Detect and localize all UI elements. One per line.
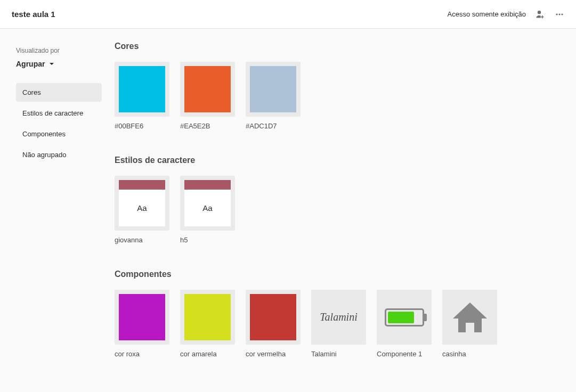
section-title-char-styles: Estilos de caractere	[115, 156, 576, 165]
component-tiles: cor roxa cor amarela cor vermelha	[115, 290, 576, 358]
component-tile: casinha	[442, 290, 497, 358]
svg-point-0	[556, 13, 557, 15]
color-tile: #00BFE6	[115, 62, 169, 130]
color-label: #ADC1D7	[246, 122, 301, 130]
color-swatch-tile[interactable]	[180, 62, 235, 117]
char-style-tile: Aa h5	[180, 176, 235, 244]
component-label: cor vermelha	[246, 350, 301, 358]
battery-fill	[388, 312, 415, 323]
color-tile: #ADC1D7	[246, 62, 301, 130]
component-swatch	[250, 294, 296, 340]
char-style-tile: Aa giovanna	[115, 176, 169, 244]
header-actions: Acesso somente exibição	[448, 10, 564, 19]
color-tile: #EA5E2B	[180, 62, 235, 130]
talamini-label: Talamini	[320, 311, 357, 323]
battery-body	[385, 308, 424, 326]
sidebar-item-nao-agrupado[interactable]: Não agrupado	[16, 145, 102, 164]
char-style-inner: Aa	[184, 180, 231, 226]
battery-tip	[424, 314, 427, 321]
color-swatch-tile[interactable]	[115, 62, 169, 117]
group-dropdown[interactable]: Agrupar	[16, 60, 102, 68]
component-label: Talamini	[311, 350, 366, 358]
group-dropdown-label: Agrupar	[16, 60, 45, 68]
body: Visualizado por Agrupar Cores Estilos de…	[0, 29, 576, 392]
access-label: Acesso somente exibição	[448, 10, 526, 18]
color-label: #00BFE6	[115, 122, 169, 130]
char-style-bar	[119, 180, 165, 190]
char-style-sample: Aa	[184, 190, 231, 226]
svg-point-1	[558, 13, 560, 15]
color-swatch	[184, 66, 231, 112]
color-label: #EA5E2B	[180, 122, 235, 130]
sidebar-nav: Cores Estilos de caractere Componentes N…	[16, 83, 102, 164]
color-swatch-tile[interactable]	[246, 62, 301, 117]
component-label: cor amarela	[180, 350, 235, 358]
sidebar-item-componentes[interactable]: Componentes	[16, 125, 102, 143]
house-icon	[442, 290, 497, 345]
char-style-preview[interactable]: Aa	[115, 176, 169, 231]
component-label: Componente 1	[377, 350, 432, 358]
component-preview[interactable]: Talamini	[311, 290, 366, 345]
header: teste aula 1 Acesso somente exibição	[0, 0, 576, 29]
component-preview[interactable]	[246, 290, 301, 345]
component-swatch	[119, 294, 165, 340]
section-title-colors: Cores	[115, 42, 576, 51]
char-style-inner: Aa	[119, 180, 165, 226]
component-label: cor roxa	[115, 350, 169, 358]
component-tile: cor roxa	[115, 290, 169, 358]
char-style-preview[interactable]: Aa	[180, 176, 235, 231]
component-preview[interactable]	[115, 290, 169, 345]
section-components: Componentes cor roxa cor amarela	[115, 270, 576, 358]
component-preview[interactable]	[377, 290, 432, 345]
add-user-icon[interactable]	[536, 10, 545, 19]
char-style-label: giovanna	[115, 236, 169, 244]
char-style-tiles: Aa giovanna Aa h5	[115, 176, 576, 244]
colors-tiles: #00BFE6 #EA5E2B #ADC1D7	[115, 62, 576, 130]
sidebar-item-estilos[interactable]: Estilos de caractere	[16, 104, 102, 123]
more-icon[interactable]	[555, 10, 564, 19]
battery-icon	[377, 290, 432, 345]
page-title: teste aula 1	[12, 10, 55, 19]
section-char-styles: Estilos de caractere Aa giovanna	[115, 156, 576, 244]
component-label: casinha	[442, 350, 497, 358]
svg-point-2	[561, 13, 563, 15]
chevron-down-icon	[49, 61, 54, 67]
component-tile: Componente 1	[377, 290, 432, 358]
char-style-label: h5	[180, 236, 235, 244]
section-colors: Cores #00BFE6 #EA5E2B	[115, 42, 576, 130]
component-swatch	[184, 294, 231, 340]
component-tile: cor amarela	[180, 290, 235, 358]
char-style-sample: Aa	[119, 190, 165, 226]
section-title-components: Componentes	[115, 270, 576, 279]
sidebar: Visualizado por Agrupar Cores Estilos de…	[0, 29, 115, 392]
component-preview[interactable]	[442, 290, 497, 345]
viewed-by-label: Visualizado por	[16, 47, 102, 54]
main-content: Cores #00BFE6 #EA5E2B	[115, 29, 576, 392]
component-tile: Talamini Talamini	[311, 290, 366, 358]
sidebar-item-cores[interactable]: Cores	[16, 83, 102, 102]
char-style-bar	[184, 180, 231, 190]
talamini-text-icon: Talamini	[311, 290, 366, 345]
color-swatch	[119, 66, 165, 112]
color-swatch	[250, 66, 296, 112]
component-tile: cor vermelha	[246, 290, 301, 358]
component-preview[interactable]	[180, 290, 235, 345]
